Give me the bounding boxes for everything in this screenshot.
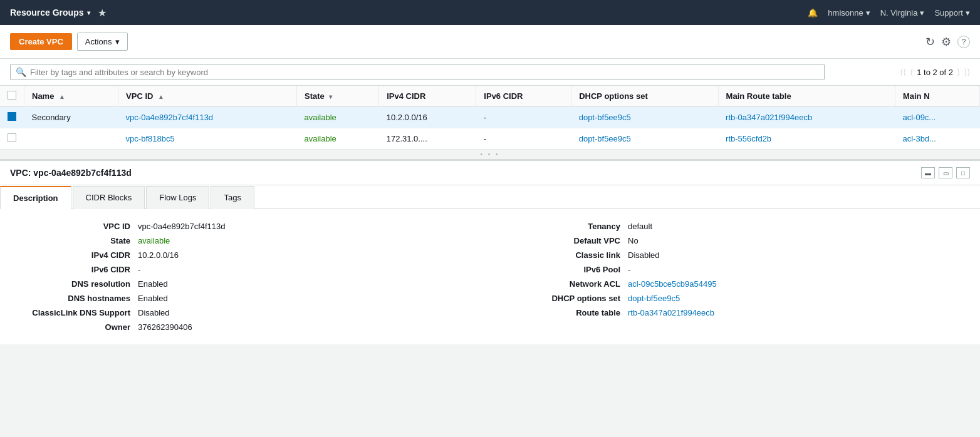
col-route[interactable]: Main Route table <box>718 86 895 107</box>
view-toggle: ▬ ▭ □ <box>921 167 970 178</box>
nav-title-text: Resource Groups <box>10 8 83 18</box>
cell-state: available <box>296 107 378 128</box>
tab-cidr-blocks[interactable]: CIDR Blocks <box>73 186 145 209</box>
desc-row: Route tablertb-0a347a021f994eecb <box>515 306 955 320</box>
desc-col-right: TenancydefaultDefault VPCNoClassic linkD… <box>490 219 980 334</box>
desc-label: State <box>25 236 138 245</box>
select-all-checkbox[interactable] <box>8 91 16 100</box>
desc-label: Classic link <box>515 250 628 260</box>
help-icon[interactable]: ? <box>957 36 970 48</box>
row-checkbox[interactable] <box>8 112 16 121</box>
support-menu[interactable]: Support ▾ <box>934 8 970 18</box>
tab-tags[interactable]: Tags <box>211 186 254 209</box>
vpc-id-link[interactable]: vpc-bf818bc5 <box>126 134 175 143</box>
toolbar: Create VPC Actions ▾ ↻ ⚙ ? <box>0 25 980 59</box>
view-split-icon[interactable]: ▬ <box>921 167 935 178</box>
col-ipv6[interactable]: IPv6 CIDR <box>476 86 571 107</box>
col-ipv4[interactable]: IPv4 CIDR <box>379 86 476 107</box>
dhcp-link[interactable]: dopt-bf5ee9c5 <box>579 113 631 122</box>
desc-row: DNS hostnamesEnabled <box>25 291 465 306</box>
vpc-table-container: Name ▲ VPC ID ▲ State ▾ IPv4 CIDR IPv6 C… <box>0 86 980 150</box>
desc-value: Disabled <box>138 308 170 317</box>
view-half-icon[interactable]: ▭ <box>939 167 952 178</box>
desc-label: IPv4 CIDR <box>25 250 138 260</box>
table-row[interactable]: Secondary vpc-0a4e892b7cf4f113d availabl… <box>0 107 980 128</box>
region-dropdown-arrow: ▾ <box>920 8 924 18</box>
route-link[interactable]: rtb-556cfd2b <box>726 134 771 143</box>
col-state[interactable]: State ▾ <box>296 86 378 107</box>
region-menu[interactable]: N. Virginia ▾ <box>880 8 925 18</box>
tab-description[interactable]: Description <box>0 186 71 209</box>
support-label: Support <box>934 8 963 18</box>
search-input-wrapper[interactable]: 🔍 <box>10 64 825 80</box>
desc-label: Default VPC <box>515 236 628 245</box>
cell-vpc-id: vpc-0a4e892b7cf4f113d <box>118 107 297 128</box>
pagination-text: 1 to 2 of 2 <box>917 68 953 77</box>
col-name[interactable]: Name ▲ <box>24 86 118 107</box>
desc-row: ClassicLink DNS SupportDisabled <box>25 306 465 320</box>
cell-route: rtb-0a347a021f994eecb <box>718 107 895 128</box>
desc-value: available <box>138 236 170 245</box>
settings-icon[interactable]: ⚙ <box>941 35 951 49</box>
support-dropdown-arrow: ▾ <box>966 8 970 18</box>
desc-label: DNS resolution <box>25 279 138 289</box>
desc-value[interactable]: acl-09c5bce5cb9a54495 <box>628 279 717 289</box>
desc-value[interactable]: dopt-bf5ee9c5 <box>628 294 680 303</box>
cell-ipv4: 172.31.0.... <box>379 128 476 150</box>
desc-row: Network ACLacl-09c5bce5cb9a54495 <box>515 277 955 291</box>
desc-row: Owner376262390406 <box>25 320 465 334</box>
col-vpc-id[interactable]: VPC ID ▲ <box>118 86 297 107</box>
refresh-icon[interactable]: ↻ <box>925 35 935 49</box>
prev-page-button[interactable]: ⟨ <box>910 67 913 77</box>
actions-dropdown-arrow: ▾ <box>115 37 120 46</box>
desc-row: IPv4 CIDR10.2.0.0/16 <box>25 248 465 262</box>
user-dropdown-arrow: ▾ <box>866 8 870 18</box>
table-row[interactable]: vpc-bf818bc5 available 172.31.0.... - do… <box>0 128 980 150</box>
notification-bell[interactable]: 🔔 <box>808 8 818 18</box>
actions-button[interactable]: Actions ▾ <box>77 33 128 51</box>
desc-row: IPv6 CIDR- <box>25 262 465 277</box>
dhcp-link[interactable]: dopt-bf5ee9c5 <box>579 134 631 143</box>
vpc-table: Name ▲ VPC ID ▲ State ▾ IPv4 CIDR IPv6 C… <box>0 86 980 150</box>
desc-label: IPv6 Pool <box>515 265 628 274</box>
tab-flow-logs[interactable]: Flow Logs <box>146 186 209 209</box>
mainn-link[interactable]: acl-09c... <box>902 113 936 122</box>
user-label: hmisonne <box>828 8 863 18</box>
row-checkbox[interactable] <box>8 133 16 142</box>
desc-col-left: VPC IDvpc-0a4e892b7cf4f113dStateavailabl… <box>0 219 490 334</box>
desc-row: Tenancydefault <box>515 219 955 234</box>
detail-panel: VPC: vpc-0a4e892b7cf4f113d ▬ ▭ □ Descrip… <box>0 160 980 344</box>
pagination: ⟨⟨ ⟨ 1 to 2 of 2 ⟩ ⟩⟩ <box>900 67 970 77</box>
top-navigation: Resource Groups ▾ ★ 🔔 hmisonne ▾ N. Virg… <box>0 0 980 25</box>
cell-mainn: acl-3bd... <box>895 128 979 150</box>
desc-row: Stateavailable <box>25 234 465 248</box>
scroll-dots: • • • <box>480 151 499 158</box>
desc-value: Enabled <box>138 294 168 303</box>
user-menu[interactable]: hmisonne ▾ <box>828 8 870 18</box>
desc-label: IPv6 CIDR <box>25 265 138 274</box>
desc-label: Network ACL <box>515 279 628 289</box>
col-mainn[interactable]: Main N <box>895 86 979 107</box>
first-page-button[interactable]: ⟨⟨ <box>900 67 906 77</box>
desc-value: - <box>138 265 140 274</box>
last-page-button[interactable]: ⟩⟩ <box>964 67 970 77</box>
desc-row: IPv6 Pool- <box>515 262 955 277</box>
desc-label: VPC ID <box>25 222 138 231</box>
create-vpc-button[interactable]: Create VPC <box>10 33 72 50</box>
cell-dhcp: dopt-bf5ee9c5 <box>571 128 718 150</box>
desc-row: Classic linkDisabled <box>515 248 955 262</box>
view-full-icon[interactable]: □ <box>956 167 970 178</box>
search-input[interactable] <box>30 68 819 77</box>
cell-name: Secondary <box>24 107 118 128</box>
desc-value[interactable]: rtb-0a347a021f994eecb <box>628 308 714 317</box>
route-link[interactable]: rtb-0a347a021f994eecb <box>726 113 812 122</box>
mainn-link[interactable]: acl-3bd... <box>902 134 936 143</box>
cell-mainn: acl-09c... <box>895 107 979 128</box>
search-bar: 🔍 ⟨⟨ ⟨ 1 to 2 of 2 ⟩ ⟩⟩ <box>0 59 980 86</box>
col-dhcp[interactable]: DHCP options set <box>571 86 718 107</box>
bookmark-icon[interactable]: ★ <box>98 7 107 19</box>
cell-name <box>24 128 118 150</box>
resource-groups-title[interactable]: Resource Groups ▾ <box>10 8 90 18</box>
vpc-id-link[interactable]: vpc-0a4e892b7cf4f113d <box>126 113 214 122</box>
next-page-button[interactable]: ⟩ <box>957 67 960 77</box>
